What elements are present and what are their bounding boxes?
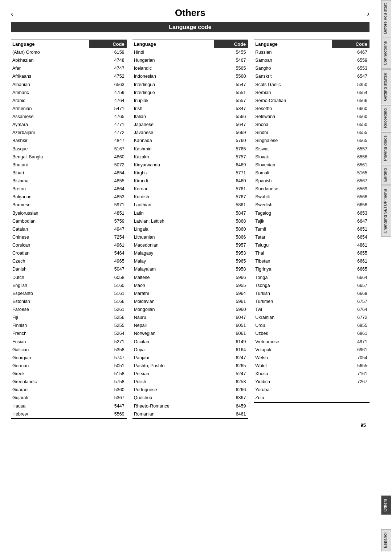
table-row: Marathi5964 xyxy=(132,289,248,297)
sidebar-tab-playing-discs[interactable]: Playing discs xyxy=(381,132,391,164)
language-cell: Panjabi xyxy=(132,354,214,362)
language-cell: Abkhazian xyxy=(11,56,89,64)
code-cell: 6665 xyxy=(332,265,369,273)
language-cell: Dutch xyxy=(11,274,89,281)
table-row: Lithuanian5866 xyxy=(132,233,248,241)
code-cell: 6647 xyxy=(332,217,369,225)
sidebar-tab-espanol[interactable]: Español xyxy=(381,529,391,551)
table-row: Arabic4764 xyxy=(11,97,127,105)
language-cell: Sundanese xyxy=(254,185,332,193)
code-cell: 5256 xyxy=(89,313,127,321)
table-row: Romanian6461 xyxy=(132,410,248,418)
table-row: Corsican4961 xyxy=(11,241,127,249)
table-row: Samoan6559 xyxy=(254,56,369,64)
table-row: Korean5761 xyxy=(132,185,248,193)
language-cell: Afrikaans xyxy=(11,72,89,80)
code-cell: 5161 xyxy=(89,289,127,297)
sidebar-tab-getting-started[interactable]: Getting started xyxy=(381,69,391,104)
code-cell: 6661 xyxy=(332,257,369,265)
code-cell: 5464 xyxy=(89,249,127,257)
table-row: Tatar6654 xyxy=(254,233,369,241)
language-cell: Bihari xyxy=(11,169,89,177)
language-cell: Croatian xyxy=(11,249,89,257)
code-cell: 5166 xyxy=(89,297,127,305)
code-cell: 6660 xyxy=(332,105,369,113)
language-cell: Basque xyxy=(11,145,89,153)
language-cell: Latvian; Lettish xyxy=(132,217,214,225)
code-cell: 5560 xyxy=(214,72,248,80)
table-row: Italian5566 xyxy=(132,113,248,121)
table-row: Sesotho6660 xyxy=(254,105,369,113)
language-cell: Assamese xyxy=(11,113,89,121)
table-row: Tsonga6657 xyxy=(254,281,369,289)
language-tables: Language Code (Afan) Oromo6159Abkhazian4… xyxy=(11,40,369,419)
code-cell: 5861 xyxy=(214,201,248,209)
code-cell: 6664 xyxy=(332,274,369,281)
code-cell: 7254 xyxy=(89,233,127,241)
table-row: Bashkir4847 xyxy=(11,137,127,145)
code-cell: 7161 xyxy=(332,370,369,378)
sidebar-tab-before-you-start[interactable]: Before you start xyxy=(381,0,391,37)
language-cell: Somali xyxy=(254,169,332,177)
code-cell: 5757 xyxy=(214,153,248,161)
subtitle-bar: Language code xyxy=(11,22,369,32)
language-cell: Volapuk xyxy=(254,346,332,354)
language-cell: Urdu xyxy=(254,321,332,329)
language-cell: Norwegian xyxy=(132,329,214,337)
code-cell: 5358 xyxy=(89,346,127,354)
language-cell: Laothian xyxy=(132,201,214,209)
code-cell: 5647 xyxy=(214,121,248,129)
table-row: Georgian5747 xyxy=(11,354,127,362)
language-cell: Irish xyxy=(132,105,214,113)
language-cell: Welsh xyxy=(254,354,332,362)
sidebar-tab-recording[interactable]: Recording xyxy=(381,105,391,131)
sidebar-tab-connections[interactable]: Connections xyxy=(381,38,391,69)
code-cell: 6459 xyxy=(214,402,248,410)
code-cell: 4847 xyxy=(89,137,127,145)
code-cell: 6654 xyxy=(332,233,369,241)
code-cell: 6653 xyxy=(332,209,369,217)
table-row: Breton4864 xyxy=(11,185,127,193)
table-row: Portuguese6266 xyxy=(132,386,248,394)
code-cell: 5271 xyxy=(89,338,127,346)
sidebar-tab-changing-setup[interactable]: Changing SETUP menu xyxy=(381,186,391,237)
code-cell: 5758 xyxy=(89,378,127,386)
table-row: Galician5358 xyxy=(11,346,127,354)
code-cell: 6567 xyxy=(332,177,369,185)
code-cell: 5247 xyxy=(214,370,248,378)
table-row: Xhosa7161 xyxy=(254,370,369,378)
table-row: Tagalog6653 xyxy=(254,209,369,217)
language-cell: Sesotho xyxy=(254,105,332,113)
code-cell: 6047 xyxy=(214,313,248,321)
code-cell: 6560 xyxy=(332,113,369,121)
table-row: Croatian5464 xyxy=(11,249,127,257)
code-cell: 5160 xyxy=(89,281,127,289)
page-title: Others xyxy=(11,7,369,19)
table-row: Chinese7254 xyxy=(11,233,127,241)
language-cell: Turkmen xyxy=(254,297,332,305)
table-row: Czech4965 xyxy=(11,257,127,265)
main-content: ‹ › Others Language code Language Code xyxy=(0,0,380,442)
table-row: Rhaeto-Romance6459 xyxy=(132,402,248,410)
language-cell: Swedish xyxy=(254,201,332,209)
table-row: Shona6550 xyxy=(254,121,369,129)
language-cell: Kazakh xyxy=(132,153,214,161)
code-cell: 4747 xyxy=(89,64,127,72)
sidebar-tab-others[interactable]: Others xyxy=(381,495,391,515)
code-cell: 5966 xyxy=(214,274,248,281)
sidebar-tab-editing[interactable]: Editing xyxy=(381,165,391,185)
code-cell: 6657 xyxy=(332,281,369,289)
table-row: Gujarati5367 xyxy=(11,394,127,402)
language-cell: Quechua xyxy=(132,394,214,402)
table-row: Japanese5647 xyxy=(132,121,248,129)
table-row: Aymara4771 xyxy=(11,121,127,129)
code-cell: 5964 xyxy=(214,289,248,297)
language-cell: Russian xyxy=(254,48,332,57)
language-cell: Bengali;Bangla xyxy=(11,153,89,161)
code-cell: 4765 xyxy=(89,113,127,121)
language-cell: Latin xyxy=(132,209,214,217)
right-sidebar: Before you start Connections Getting sta… xyxy=(380,0,392,555)
language-cell: Uzbek xyxy=(254,329,332,337)
code-cell: 4752 xyxy=(89,72,127,80)
table-row: Ukrainian6772 xyxy=(254,313,369,321)
